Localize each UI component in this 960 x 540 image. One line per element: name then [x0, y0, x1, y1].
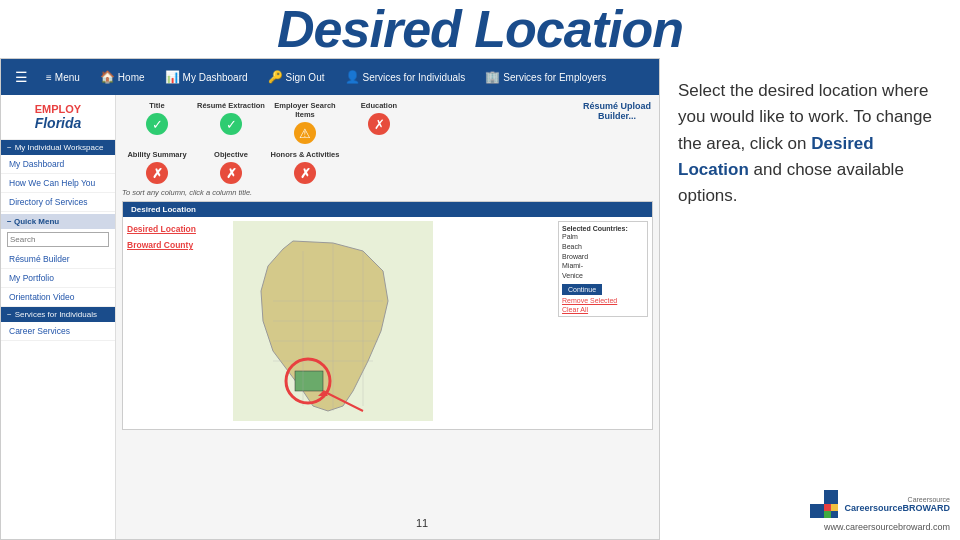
- sidebar-search: [1, 229, 115, 250]
- menu-icon: ≡: [46, 72, 52, 83]
- step-objective: Objective ✗: [196, 150, 266, 184]
- page-title: Desired Location: [277, 0, 683, 59]
- selected-counties-title: Selected Countries:: [562, 225, 644, 232]
- svg-rect-13: [824, 490, 838, 504]
- upload-header: Résumé Upload Builder...: [583, 101, 651, 121]
- step-extraction-check: ✓: [220, 113, 242, 135]
- location-row: Desired Location Broward County: [123, 217, 652, 429]
- sidebar-logo: EMPLOY Florida: [1, 95, 115, 140]
- sidebar-item-directory[interactable]: Directory of Services: [1, 193, 115, 212]
- continue-button[interactable]: Continue: [562, 284, 602, 295]
- step-employer-check: ⚠: [294, 122, 316, 144]
- minus-icon3: −: [7, 310, 12, 319]
- sort-hint: To sort any column, click a column title…: [122, 188, 653, 197]
- title-area: Desired Location: [0, 0, 960, 58]
- nav-employer[interactable]: 🏢 Services for Employers: [477, 67, 614, 87]
- dashboard-icon: 📊: [165, 70, 180, 84]
- sidebar-item-portfolio[interactable]: My Portfolio: [1, 269, 115, 288]
- logo-florida: Florida: [35, 115, 82, 131]
- nav-home[interactable]: 🏠 Home: [92, 67, 153, 87]
- sidebar-section-services: − Services for Individuals: [1, 307, 115, 322]
- sidebar-item-resume[interactable]: Résumé Builder: [1, 250, 115, 269]
- steps-row1: Title ✓ Résumé Extraction ✓ Employer Sea…: [122, 101, 653, 144]
- hamburger-icon[interactable]: ☰: [9, 66, 34, 88]
- step-title: Title ✓: [122, 101, 192, 135]
- step-honors-check: ✗: [294, 162, 316, 184]
- sidebar-item-career[interactable]: Career Services: [1, 322, 115, 341]
- minus-icon2: −: [7, 217, 12, 226]
- desired-location-header: Desired Location: [123, 202, 652, 217]
- county-item: Miami-: [562, 261, 644, 271]
- main-content: ☰ ≡ Menu 🏠 Home 📊 My Dashboard 🔑 Sign Ou…: [0, 58, 960, 540]
- svg-rect-16: [824, 511, 831, 518]
- step-title-check: ✓: [146, 113, 168, 135]
- desired-location-section: Desired Location Desired Location Browar…: [122, 201, 653, 430]
- search-input[interactable]: [7, 232, 109, 247]
- signout-icon: 🔑: [268, 70, 283, 84]
- selected-counties-panel: Selected Countries: Palm Beach Broward M…: [558, 221, 648, 317]
- step-objective-check: ✗: [220, 162, 242, 184]
- page-number: 11: [416, 517, 428, 529]
- svg-rect-14: [824, 504, 831, 511]
- svg-rect-15: [831, 504, 838, 511]
- broward-logo-svg: [810, 490, 838, 518]
- home-icon: 🏠: [100, 70, 115, 84]
- nav-bar: ☰ ≡ Menu 🏠 Home 📊 My Dashboard 🔑 Sign Ou…: [1, 59, 659, 95]
- county-item: Venice: [562, 271, 644, 281]
- broward-brand: CareersourceBROWARD: [844, 503, 950, 513]
- footer-area: Careersource CareersourceBROWARD www.car…: [810, 490, 950, 532]
- sidebar-item-dashboard[interactable]: My Dashboard: [1, 155, 115, 174]
- county-item: Broward: [562, 252, 644, 262]
- sidebar-item-help[interactable]: How We Can Help You: [1, 174, 115, 193]
- step-ability: Ability Summary ✗: [122, 150, 192, 184]
- left-panel: ☰ ≡ Menu 🏠 Home 📊 My Dashboard 🔑 Sign Ou…: [0, 58, 660, 540]
- county-item: Beach: [562, 242, 644, 252]
- logo-employ: EMPLOY: [35, 103, 82, 115]
- browser-body: EMPLOY Florida − My Individual Workspace…: [1, 95, 659, 539]
- clear-all-link[interactable]: Clear All: [562, 306, 644, 313]
- desired-location-link[interactable]: Desired Location: [127, 221, 227, 237]
- nav-menu[interactable]: ≡ Menu: [38, 69, 88, 86]
- svg-rect-12: [810, 504, 824, 518]
- location-left: Desired Location Broward County: [127, 221, 227, 425]
- instruction-before: Select the desired location where you wo…: [678, 81, 932, 153]
- remove-selected-link[interactable]: Remove Selected: [562, 297, 644, 304]
- sidebar: EMPLOY Florida − My Individual Workspace…: [1, 95, 116, 539]
- sidebar-section-workspace: − My Individual Workspace: [1, 140, 115, 155]
- browser-main: Résumé Upload Builder... Title ✓ Résumé …: [116, 95, 659, 539]
- step-employer-search: Employer Search Items ⚠: [270, 101, 340, 144]
- county-link[interactable]: Broward County: [127, 237, 227, 253]
- minus-icon: −: [7, 143, 12, 152]
- careersource-label: Careersource: [844, 496, 950, 503]
- county-item: Palm: [562, 232, 644, 242]
- nav-signout[interactable]: 🔑 Sign Out: [260, 67, 333, 87]
- broward-logo-icon: [810, 490, 838, 518]
- location-map: Selected Countries: Palm Beach Broward M…: [233, 221, 648, 425]
- services-icon: 👤: [345, 70, 360, 84]
- svg-rect-17: [831, 511, 838, 518]
- nav-dashboard[interactable]: 📊 My Dashboard: [157, 67, 256, 87]
- instruction-text: Select the desired location where you wo…: [678, 78, 942, 210]
- florida-map-svg: [233, 221, 433, 421]
- step-education: Education ✗: [344, 101, 414, 135]
- employer-icon: 🏢: [485, 70, 500, 84]
- steps-row2: Ability Summary ✗ Objective ✗ Honors & A…: [122, 150, 653, 184]
- sidebar-item-orientation[interactable]: Orientation Video: [1, 288, 115, 307]
- nav-services[interactable]: 👤 Services for Individuals: [337, 67, 474, 87]
- svg-rect-1: [295, 371, 323, 391]
- website-link[interactable]: www.careersourcebroward.com: [810, 522, 950, 532]
- step-ability-check: ✗: [146, 162, 168, 184]
- right-panel: Select the desired location where you wo…: [660, 58, 960, 540]
- step-education-check: ✗: [368, 113, 390, 135]
- svg-marker-0: [261, 241, 388, 411]
- step-honors: Honors & Activities ✗: [270, 150, 340, 184]
- sidebar-section-quickmenu: − Quick Menu: [1, 214, 115, 229]
- broward-text: Careersource CareersourceBROWARD: [844, 496, 950, 513]
- step-resume-extraction: Résumé Extraction ✓: [196, 101, 266, 135]
- county-list: Palm Beach Broward Miami- Venice: [562, 232, 644, 281]
